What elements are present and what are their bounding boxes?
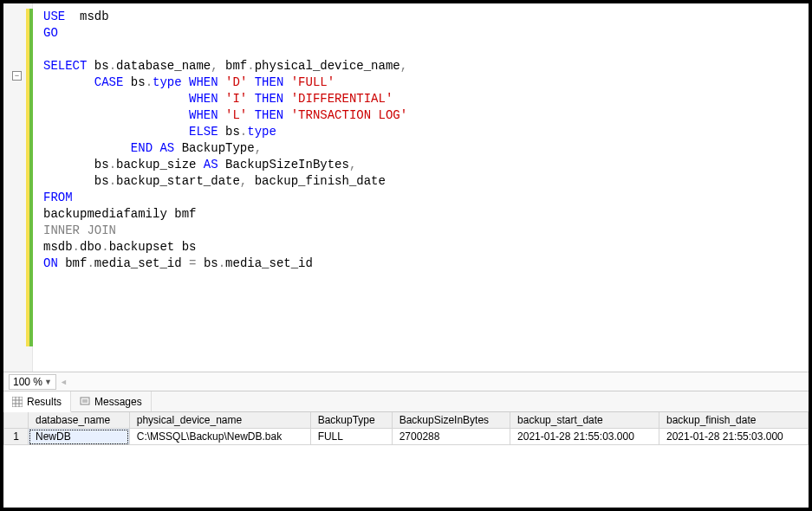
cell-BackupSizeInBytes[interactable]: 2700288: [392, 429, 510, 445]
editor-gutter: −: [3, 3, 33, 372]
zoom-combo[interactable]: 100 % ▼: [9, 374, 56, 390]
table-row[interactable]: 1 NewDB C:\MSSQL\Backup\NewDB.bak FULL 2…: [4, 429, 809, 445]
cell-physical_device_name[interactable]: C:\MSSQL\Backup\NewDB.bak: [129, 429, 310, 445]
results-header-row: database_name physical_device_name Backu…: [4, 412, 809, 429]
svg-rect-5: [81, 398, 89, 404]
tab-results-label: Results: [27, 396, 62, 408]
results-tabs: Results Messages: [3, 391, 809, 412]
col-BackupType[interactable]: BackupType: [310, 412, 392, 429]
cell-BackupType[interactable]: FULL: [310, 429, 392, 445]
results-grid-icon: [12, 397, 23, 407]
tab-results[interactable]: Results: [3, 391, 71, 412]
cell-backup_start_date[interactable]: 2021-01-28 21:55:03.000: [510, 429, 659, 445]
cell-backup_finish_date[interactable]: 2021-01-28 21:55:03.000: [659, 429, 808, 445]
results-pane[interactable]: database_name physical_device_name Backu…: [3, 412, 809, 508]
row-number-header: [4, 412, 29, 429]
col-physical_device_name[interactable]: physical_device_name: [129, 412, 310, 429]
col-backup_finish_date[interactable]: backup_finish_date: [659, 412, 808, 429]
change-marker-saved: [29, 9, 33, 346]
fold-toggle[interactable]: −: [12, 71, 22, 81]
messages-icon: [80, 397, 90, 407]
col-BackupSizeInBytes[interactable]: BackupSizeInBytes: [392, 412, 510, 429]
chevron-down-icon: ▼: [44, 378, 52, 386]
col-backup_start_date[interactable]: backup_start_date: [510, 412, 659, 429]
ssms-window: − USE msdb GO SELECT bs.database_name, b…: [0, 0, 812, 511]
tab-messages[interactable]: Messages: [71, 391, 152, 411]
results-grid[interactable]: database_name physical_device_name Backu…: [3, 412, 809, 445]
row-number: 1: [4, 429, 29, 445]
cell-database_name[interactable]: NewDB: [29, 429, 130, 445]
sql-editor[interactable]: USE msdb GO SELECT bs.database_name, bmf…: [33, 3, 809, 372]
zoom-value: 100 %: [13, 376, 42, 388]
scroll-left-icon[interactable]: ◄: [60, 378, 68, 386]
editor-pane: − USE msdb GO SELECT bs.database_name, b…: [3, 3, 809, 372]
col-database_name[interactable]: database_name: [29, 412, 130, 429]
svg-rect-0: [12, 397, 23, 407]
zoom-bar: 100 % ▼ ◄: [3, 372, 809, 391]
tab-messages-label: Messages: [94, 396, 142, 408]
